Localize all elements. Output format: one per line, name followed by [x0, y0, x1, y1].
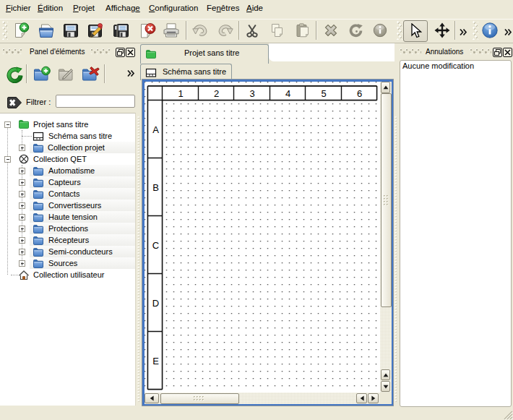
- svg-text:1: 1: [178, 88, 184, 99]
- svg-text:A: A: [152, 124, 159, 135]
- svg-text:D: D: [152, 298, 159, 309]
- svg-text:3: 3: [250, 88, 255, 99]
- svg-text:5: 5: [322, 88, 327, 99]
- svg-text:E: E: [152, 356, 159, 367]
- svg-text:6: 6: [357, 88, 362, 99]
- svg-text:C: C: [152, 240, 159, 251]
- svg-text:2: 2: [214, 88, 219, 99]
- svg-text:B: B: [152, 182, 159, 193]
- svg-text:4: 4: [285, 88, 290, 99]
